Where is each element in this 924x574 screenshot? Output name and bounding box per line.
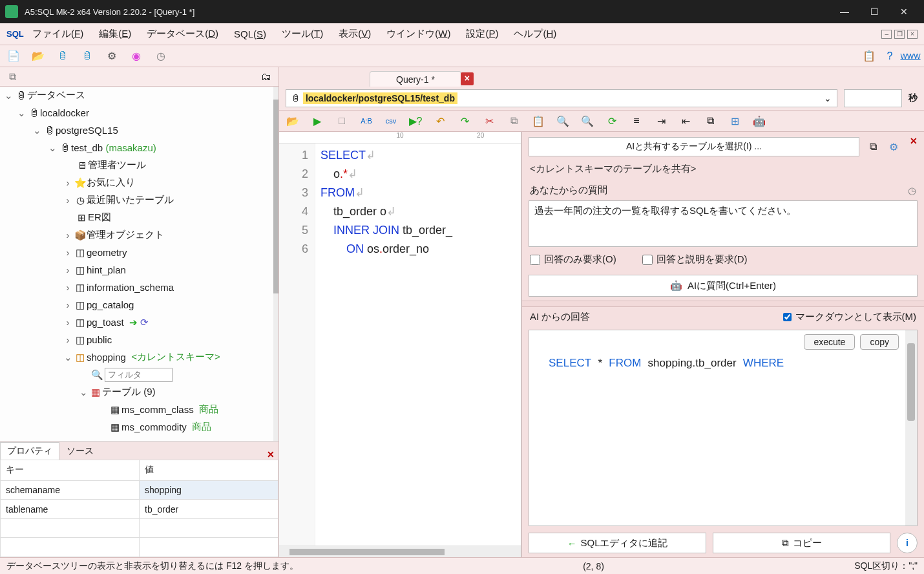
ab-icon[interactable]: A:B — [359, 114, 373, 128]
ai-execute-button[interactable]: execute — [804, 334, 855, 350]
open-icon[interactable]: 📂 — [31, 49, 45, 63]
menu-tool[interactable]: ツール(T) — [282, 28, 323, 40]
tree-schema-1[interactable]: hint_plan — [87, 264, 126, 275]
help-icon[interactable]: ? — [883, 49, 897, 63]
ai-answer-explain-checkbox[interactable]: 回答と説明を要求(D) — [642, 253, 748, 266]
ai-answer-code[interactable]: SELECT * FROM shopping.tb_order WHERE — [529, 350, 917, 526]
menu-window[interactable]: ウインドウ(W) — [386, 28, 450, 40]
ai-share-tables-button[interactable]: AIと共有するテーブルを選択(I) ... — [529, 137, 859, 156]
answer-scrollbar[interactable] — [905, 330, 917, 526]
minimize-button[interactable]: — — [830, 6, 859, 17]
mdi-restore-button[interactable]: ❐ — [894, 30, 905, 39]
run-icon[interactable]: ▶ — [310, 114, 324, 128]
tree-schema-3[interactable]: pg_catalog — [87, 299, 134, 310]
sql-editor[interactable]: 1020 123456 SELECT↲ o.*↲ FROM↲ tb_order … — [279, 132, 521, 557]
info-icon[interactable]: i — [897, 533, 918, 553]
tree-shopping[interactable]: shopping — [87, 352, 126, 363]
gear-icon[interactable]: ⚙ — [105, 49, 119, 63]
menu-database[interactable]: データベース(D) — [147, 28, 218, 40]
prop-tab-source[interactable]: ソース — [59, 442, 101, 460]
arrow-right-icon[interactable]: ➔ — [129, 317, 138, 328]
prop-close-icon[interactable]: ✕ — [267, 449, 275, 460]
tree-recent[interactable]: 最近開いたテーブル — [87, 194, 174, 206]
tree-schema-2[interactable]: information_schema — [87, 282, 174, 293]
menu-view[interactable]: 表示(V) — [339, 28, 371, 40]
chevron-down-icon[interactable]: ⌄ — [824, 93, 832, 103]
tree-schema-5[interactable]: public — [87, 334, 112, 345]
tree-scrollbar[interactable] — [273, 87, 278, 441]
tree-toggle-icon[interactable]: ⧉ — [5, 70, 19, 84]
tree-fav[interactable]: お気に入り — [87, 176, 135, 189]
tree-schema-4[interactable]: pg_toast — [87, 317, 124, 328]
mdi-close-button[interactable]: × — [907, 30, 918, 39]
tree-erd[interactable]: ER図 — [88, 211, 111, 224]
comment-icon[interactable]: ⧉ — [703, 114, 717, 128]
csv-icon[interactable]: csv — [384, 114, 398, 128]
prop-tab-properties[interactable]: プロパティ — [0, 442, 59, 460]
tree-tables[interactable]: テーブル (9) — [102, 386, 156, 398]
tree-filter-input[interactable] — [105, 368, 173, 382]
ai-copy-button[interactable]: copy — [860, 334, 899, 350]
connection-selector[interactable]: 🛢 localdocker/postgreSQL15/test_db ⌄ — [286, 89, 837, 107]
undo-icon[interactable]: ↶ — [433, 114, 447, 128]
tree-root[interactable]: データベース — [27, 89, 85, 101]
close-button[interactable]: ✕ — [889, 6, 919, 17]
tree-mgmt[interactable]: 管理オブジェクト — [87, 229, 164, 241]
ai-close-icon[interactable]: ✕ — [910, 136, 918, 146]
gear-icon[interactable]: ⚙ — [887, 140, 901, 154]
cut-icon[interactable]: ✂ — [482, 114, 496, 128]
copy-icon[interactable]: ⧉ — [866, 140, 880, 154]
db-remove-icon[interactable]: 🛢 — [80, 49, 94, 63]
prop-key-2[interactable]: tablename — [1, 500, 140, 519]
maximize-button[interactable]: ☐ — [859, 6, 889, 17]
tree-admin[interactable]: 管理者ツール — [88, 159, 146, 171]
robot-icon[interactable]: 🤖 — [752, 114, 766, 128]
new-icon[interactable]: 📄 — [6, 49, 21, 63]
ai-append-sql-button[interactable]: ←SQLエディタに追記 — [529, 533, 706, 553]
ai-answer-only-checkbox[interactable]: 回答のみ要求(O) — [530, 253, 616, 266]
search-icon[interactable]: 🔍 — [556, 114, 570, 128]
www-icon[interactable]: WWW — [903, 49, 918, 63]
tree-schema-0[interactable]: geometry — [87, 247, 127, 258]
run-help-icon[interactable]: ▶? — [408, 114, 423, 128]
layout-icon[interactable]: ⊞ — [728, 114, 742, 128]
menu-sql[interactable]: SQL(S) — [234, 28, 266, 39]
tree-table-1[interactable]: ms_comm_class — [121, 404, 194, 415]
clock-icon[interactable]: ◷ — [154, 49, 168, 63]
editor-tab-active[interactable]: Query-1 * — [370, 71, 461, 87]
menu-help[interactable]: ヘルプ(H) — [514, 28, 556, 40]
replace-icon[interactable]: 🔍 — [580, 114, 594, 128]
editor-hscrollbar[interactable] — [279, 546, 521, 557]
db-add-icon[interactable]: 🛢 — [56, 49, 70, 63]
indent-icon[interactable]: ⇥ — [654, 114, 668, 128]
folder-stack-icon[interactable]: 🗂 — [259, 70, 273, 84]
align-left-icon[interactable]: ≡ — [629, 114, 644, 128]
menu-settings[interactable]: 設定(P) — [466, 28, 498, 40]
clock-icon[interactable]: ◷ — [908, 185, 916, 197]
tree-server[interactable]: localdocker — [40, 107, 89, 118]
tab-close-icon[interactable]: × — [461, 72, 474, 85]
clipboard-icon[interactable]: 📋 — [862, 49, 876, 63]
database-tree[interactable]: ⌄🛢データベース ⌄🛢localdocker ⌄🛢postgreSQL15 ⌄🛢… — [0, 87, 278, 441]
editor-code[interactable]: SELECT↲ o.*↲ FROM↲ tb_order o↲ INNER JOI… — [315, 144, 521, 546]
prop-val-1[interactable]: shopping — [140, 480, 278, 500]
open-file-icon[interactable]: 📂 — [286, 114, 300, 128]
paste-icon[interactable]: 📋 — [531, 114, 545, 128]
ai-ask-button[interactable]: 🤖AIに質問(Ctrl+Enter) — [529, 275, 918, 297]
prop-key-1[interactable]: schemaname — [1, 480, 140, 500]
tree-table-2[interactable]: ms_commodity — [121, 421, 187, 432]
pink-circle-icon[interactable]: ◉ — [129, 49, 143, 63]
refresh-icon[interactable]: ⟳ — [605, 114, 619, 128]
ai-copy-answer-button[interactable]: ⧉コピー — [713, 533, 890, 553]
redo-icon[interactable]: ↷ — [457, 114, 472, 128]
prop-val-2[interactable]: tb_order — [140, 500, 278, 519]
menu-file[interactable]: ファイル(F) — [32, 28, 83, 40]
ai-question-input[interactable]: 過去一年間の注文の一覧を取得するSQLを書いてください。 — [529, 200, 918, 247]
stop-icon[interactable]: □ — [335, 114, 349, 128]
seconds-input[interactable] — [844, 89, 902, 107]
tree-db[interactable]: test_db — [71, 142, 103, 153]
ai-markdown-checkbox[interactable]: マークダウンとして表示(M) — [783, 311, 917, 323]
menu-edit[interactable]: 編集(E) — [99, 28, 131, 40]
refresh-icon[interactable]: ⟳ — [140, 317, 149, 328]
mdi-minimize-button[interactable]: – — [881, 30, 892, 39]
